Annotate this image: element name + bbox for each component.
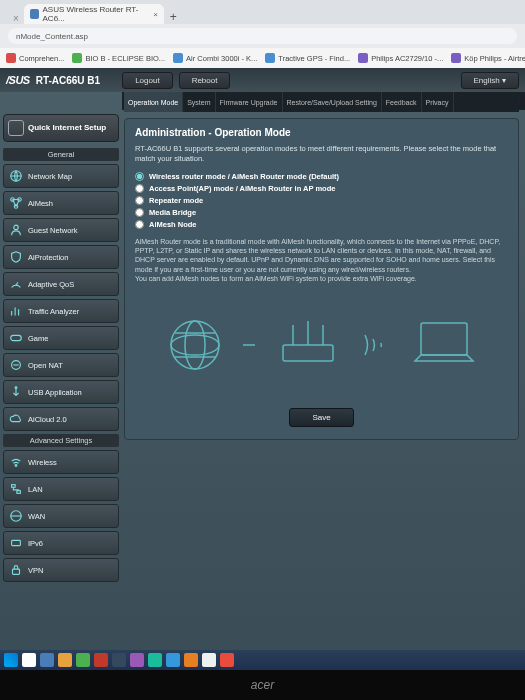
panel-title: Administration - Operation Mode <box>135 127 508 138</box>
bookmark-item[interactable]: Tractive GPS - Find... <box>265 53 350 63</box>
taskbar-app-icon[interactable] <box>94 653 108 667</box>
taskbar-app-icon[interactable] <box>184 653 198 667</box>
bookmark-icon <box>72 53 82 63</box>
wifi-signal-icon <box>361 325 391 365</box>
bookmark-item[interactable]: Air Combi 3000i - K... <box>173 53 257 63</box>
laptop-device-icon <box>409 315 479 375</box>
taskbar-app-icon[interactable] <box>148 653 162 667</box>
sidebar-item-aicloud[interactable]: AiCloud 2.0 <box>3 407 119 431</box>
taskbar-app-icon[interactable] <box>40 653 54 667</box>
address-bar[interactable]: nMode_Content.asp <box>8 28 517 44</box>
quick-setup-label: Quick Internet Setup <box>28 124 106 133</box>
bookmark-item[interactable]: Comprehen... <box>6 53 64 63</box>
mesh-icon <box>9 196 23 210</box>
wifi-icon <box>9 455 23 469</box>
tab-privacy[interactable]: Privacy <box>422 92 454 112</box>
language-button[interactable]: English ▾ <box>461 72 519 89</box>
sidebar-item-usb-application[interactable]: USB Application <box>3 380 119 404</box>
mode-help-text: AiMesh Router mode is a traditional mode… <box>135 237 508 284</box>
monitor-bezel: acer <box>0 670 525 700</box>
mode-media-bridge[interactable]: Media Bridge <box>135 208 508 217</box>
mode-aimesh-node[interactable]: AiMesh Node <box>135 220 508 229</box>
taskbar-app-icon[interactable] <box>202 653 216 667</box>
gamepad-icon <box>9 331 23 345</box>
cloud-icon <box>9 412 23 426</box>
new-tab-button[interactable]: + <box>164 10 183 24</box>
bookmark-item[interactable]: Philips AC2729/10 -... <box>358 53 443 63</box>
bookmark-icon <box>173 53 183 63</box>
svg-rect-5 <box>11 335 22 340</box>
wan-icon <box>9 509 23 523</box>
shield-icon <box>9 250 23 264</box>
bookmark-icon <box>6 53 16 63</box>
quick-setup-icon <box>8 120 24 136</box>
sidebar-item-aiprotection[interactable]: AiProtection <box>3 245 119 269</box>
sidebar-item-ipv6[interactable]: IPv6 <box>3 531 119 555</box>
logout-button[interactable]: Logout <box>122 72 172 89</box>
connection-line-icon <box>243 330 255 360</box>
sidebar-item-wan[interactable]: WAN <box>3 504 119 528</box>
taskbar-app-icon[interactable] <box>220 653 234 667</box>
taskbar-search-icon[interactable] <box>22 653 36 667</box>
tab-bar: × ASUS Wireless Router RT-AC6... × + <box>0 0 525 24</box>
lan-icon <box>9 482 23 496</box>
radio-input[interactable] <box>135 208 144 217</box>
panel-description: RT-AC66U B1 supports several operation m… <box>135 144 508 164</box>
svg-point-4 <box>14 225 18 229</box>
tab-system[interactable]: System <box>183 92 215 112</box>
sidebar-item-open-nat[interactable]: Open NAT <box>3 353 119 377</box>
mode-access-point[interactable]: Access Point(AP) mode / AiMesh Router in… <box>135 184 508 193</box>
radio-input[interactable] <box>135 184 144 193</box>
globe-icon <box>9 169 23 183</box>
sidebar-item-adaptive-qos[interactable]: Adaptive QoS <box>3 272 119 296</box>
monitor-brand: acer <box>251 678 274 692</box>
sidebar-item-traffic-analyzer[interactable]: Traffic Analyzer <box>3 299 119 323</box>
section-header-advanced: Advanced Settings <box>3 434 119 447</box>
svg-rect-12 <box>12 540 21 545</box>
sidebar-item-game[interactable]: Game <box>3 326 119 350</box>
taskbar-app-icon[interactable] <box>130 653 144 667</box>
svg-point-8 <box>15 465 17 467</box>
sidebar-item-network-map[interactable]: Network Map <box>3 164 119 188</box>
radio-input[interactable] <box>135 172 144 181</box>
taskbar-app-icon[interactable] <box>58 653 72 667</box>
tab-restore-save[interactable]: Restore/Save/Upload Setting <box>283 92 382 112</box>
svg-point-15 <box>171 335 219 355</box>
guest-icon <box>9 223 23 237</box>
bookmark-item[interactable]: Köp Philips - Airtre... <box>451 53 525 63</box>
close-tab-icon[interactable]: × <box>153 10 158 19</box>
operation-mode-panel: Administration - Operation Mode RT-AC66U… <box>124 118 519 440</box>
windows-taskbar <box>0 650 525 670</box>
mode-repeater[interactable]: Repeater mode <box>135 196 508 205</box>
svg-rect-13 <box>13 569 20 574</box>
start-button[interactable] <box>4 653 18 667</box>
bookmark-icon <box>358 53 368 63</box>
taskbar-app-icon[interactable] <box>112 653 126 667</box>
taskbar-app-icon[interactable] <box>166 653 180 667</box>
sidebar-item-guest-network[interactable]: Guest Network <box>3 218 119 242</box>
router-device-icon <box>273 315 343 375</box>
chart-icon <box>9 304 23 318</box>
quick-internet-setup[interactable]: Quick Internet Setup <box>3 114 119 142</box>
sidebar-item-aimesh[interactable]: AiMesh <box>3 191 119 215</box>
mode-wireless-router[interactable]: Wireless router mode / AiMesh Router mod… <box>135 172 508 181</box>
save-button[interactable]: Save <box>289 408 353 427</box>
bookmark-item[interactable]: BIO B - ECLIPSE BIO... <box>72 53 165 63</box>
tab-firmware-upgrade[interactable]: Firmware Upgrade <box>216 92 283 112</box>
usb-icon <box>9 385 23 399</box>
tab-operation-mode[interactable]: Operation Mode <box>124 92 183 112</box>
radio-input[interactable] <box>135 196 144 205</box>
close-window-icon[interactable]: × <box>8 13 24 24</box>
browser-tab[interactable]: ASUS Wireless Router RT-AC6... × <box>24 4 164 24</box>
sidebar-item-lan[interactable]: LAN <box>3 477 119 501</box>
radio-input[interactable] <box>135 220 144 229</box>
reboot-button[interactable]: Reboot <box>179 72 231 89</box>
sidebar-item-vpn[interactable]: VPN <box>3 558 119 582</box>
taskbar-app-icon[interactable] <box>76 653 90 667</box>
bookmarks-bar: Comprehen... BIO B - ECLIPSE BIO... Air … <box>0 48 525 68</box>
svg-point-16 <box>185 321 205 369</box>
gauge-icon <box>9 277 23 291</box>
sidebar-item-wireless[interactable]: Wireless <box>3 450 119 474</box>
svg-rect-10 <box>17 491 21 494</box>
tab-feedback[interactable]: Feedback <box>382 92 422 112</box>
